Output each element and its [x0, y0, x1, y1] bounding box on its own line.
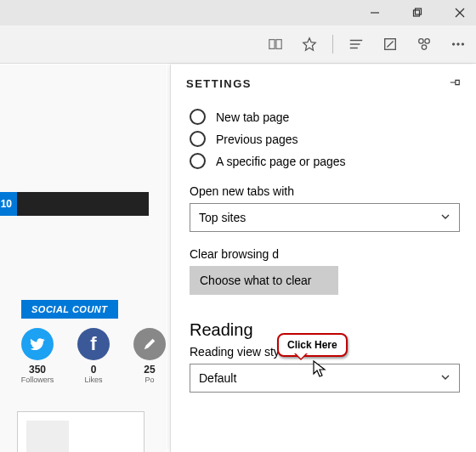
- hub-icon[interactable]: [345, 33, 367, 55]
- page-blue-tab: S 10: [0, 192, 17, 216]
- pin-icon[interactable]: [449, 76, 461, 91]
- radio-specific-page[interactable]: A specific page or pages: [190, 153, 457, 169]
- tutorial-callout: Click Here: [277, 333, 348, 357]
- social-item-other[interactable]: 25 Po: [129, 328, 170, 384]
- reading-list-icon[interactable]: [264, 33, 286, 55]
- svg-rect-5: [269, 40, 275, 49]
- browser-toolbar: [0, 25, 476, 64]
- webnote-icon[interactable]: [379, 33, 401, 55]
- svg-point-17: [457, 43, 460, 46]
- page-card-thumb: [26, 421, 69, 452]
- toolbar-separator: [332, 35, 333, 54]
- radio-icon: [190, 131, 206, 147]
- pencil-icon: [133, 328, 166, 360]
- social-count-value: 25: [144, 364, 155, 376]
- cursor-icon: [313, 360, 328, 381]
- facebook-icon: f: [77, 328, 110, 360]
- social-row: 350 Followers f 0 Likes 25 Po: [17, 328, 170, 384]
- more-icon[interactable]: [447, 33, 469, 55]
- social-count-heading: SOCIAL COUNT: [21, 300, 118, 319]
- minimize-button[interactable]: [364, 2, 386, 24]
- radio-new-tab-page[interactable]: New tab page: [190, 109, 457, 125]
- svg-point-18: [462, 43, 464, 46]
- content-area: S 10 SOCIAL COUNT 350 Followers f 0 Like…: [0, 65, 476, 452]
- open-new-tabs-dropdown[interactable]: Top sites: [190, 203, 460, 232]
- window-titlebar: [0, 0, 476, 25]
- svg-rect-1: [414, 10, 420, 16]
- page-card: [17, 411, 144, 452]
- svg-marker-7: [303, 38, 315, 50]
- maximize-button[interactable]: [406, 2, 428, 24]
- radio-label: Previous pages: [216, 133, 298, 146]
- open-new-tabs-label: Open new tabs with: [190, 184, 457, 198]
- social-count-value: 0: [91, 364, 97, 376]
- favorites-star-icon[interactable]: [298, 33, 320, 55]
- close-button[interactable]: [449, 2, 471, 24]
- dropdown-value: Top sites: [199, 211, 246, 224]
- settings-panel: SETTINGS New tab page Previous pages A s…: [170, 65, 476, 452]
- share-icon[interactable]: [413, 33, 435, 55]
- chevron-down-icon: [440, 211, 450, 224]
- social-count-label: Po: [144, 376, 154, 384]
- button-label: Choose what to clear: [200, 274, 312, 287]
- settings-title: SETTINGS: [186, 77, 252, 90]
- svg-point-13: [419, 39, 423, 43]
- social-count-label: Followers: [21, 376, 54, 384]
- radio-label: New tab page: [216, 110, 289, 124]
- svg-line-12: [387, 41, 393, 47]
- radio-label: A specific page or pages: [216, 155, 346, 168]
- twitter-icon: [21, 328, 54, 360]
- chevron-down-icon: [440, 371, 450, 385]
- page-dark-bar: [17, 192, 149, 216]
- social-count-label: Likes: [84, 376, 102, 384]
- radio-icon: [190, 153, 206, 169]
- radio-previous-pages[interactable]: Previous pages: [190, 131, 457, 147]
- svg-point-15: [422, 45, 426, 49]
- svg-point-16: [452, 43, 455, 46]
- svg-rect-6: [276, 40, 281, 49]
- clear-browsing-data-label: Clear browsing d: [190, 247, 457, 261]
- social-item-facebook[interactable]: f 0 Likes: [73, 328, 114, 384]
- radio-icon: [190, 109, 206, 125]
- svg-rect-2: [416, 8, 422, 14]
- svg-point-14: [425, 39, 429, 43]
- dropdown-value: Default: [199, 371, 236, 385]
- social-item-twitter[interactable]: 350 Followers: [17, 328, 58, 384]
- webpage-background: S 10 SOCIAL COUNT 350 Followers f 0 Like…: [0, 65, 166, 452]
- social-count-value: 350: [29, 364, 46, 376]
- choose-what-to-clear-button[interactable]: Choose what to clear: [190, 266, 338, 295]
